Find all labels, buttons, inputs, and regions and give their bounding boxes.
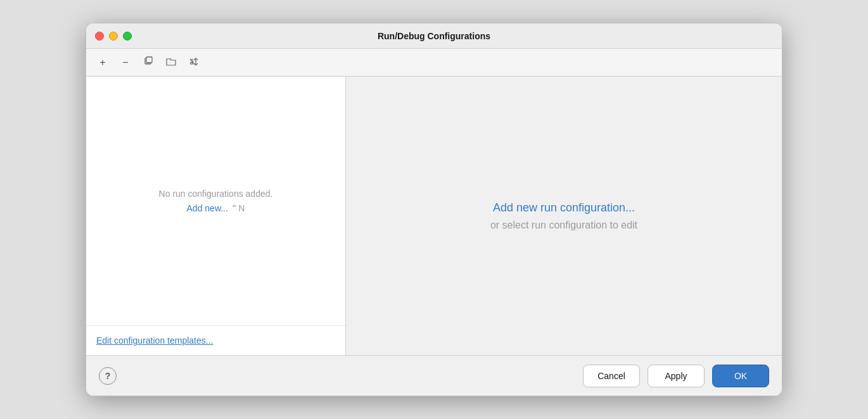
edit-configuration-templates-link[interactable]: Edit configuration templates...: [96, 335, 213, 346]
main-content: No run configurations added. Add new... …: [86, 77, 782, 355]
copy-icon: [143, 56, 153, 68]
ok-button[interactable]: OK: [712, 365, 769, 387]
bottom-actions: Cancel Apply OK: [583, 365, 769, 387]
help-icon: ?: [105, 371, 111, 381]
svg-rect-1: [146, 57, 152, 63]
title-bar: Run/Debug Configurations: [86, 23, 782, 49]
minus-icon: −: [122, 57, 128, 68]
no-configs-message: No run configurations added.: [159, 189, 273, 199]
close-button[interactable]: [95, 32, 104, 41]
add-new-run-configuration-link[interactable]: Add new run configuration...: [493, 201, 635, 215]
minimize-button[interactable]: [109, 32, 118, 41]
right-panel: Add new run configuration... or select r…: [346, 77, 782, 355]
copy-configuration-button[interactable]: [139, 54, 157, 72]
svg-text:z: z: [189, 57, 194, 66]
folder-icon: [166, 57, 176, 68]
run-debug-configurations-window: Run/Debug Configurations + −: [86, 23, 782, 396]
remove-configuration-button[interactable]: −: [117, 54, 134, 72]
cancel-button[interactable]: Cancel: [583, 365, 640, 387]
sort-button[interactable]: a z: [185, 54, 203, 72]
or-select-text: or select run configuration to edit: [490, 220, 637, 231]
add-new-link[interactable]: Add new...: [187, 203, 228, 213]
add-new-shortcut: ⌃N: [231, 203, 245, 213]
bottom-bar: ? Cancel Apply OK: [86, 355, 782, 396]
apply-button[interactable]: Apply: [648, 365, 705, 387]
traffic-lights: [95, 32, 132, 41]
move-to-folder-button[interactable]: [162, 54, 180, 72]
maximize-button[interactable]: [123, 32, 132, 41]
left-panel-body: No run configurations added. Add new... …: [86, 77, 345, 325]
help-button[interactable]: ?: [99, 367, 117, 385]
window-title: Run/Debug Configurations: [378, 31, 490, 41]
plus-icon: +: [99, 57, 105, 68]
left-panel: No run configurations added. Add new... …: [86, 77, 346, 355]
sort-icon: a z: [189, 57, 199, 68]
toolbar: + − a z: [86, 49, 782, 77]
left-panel-footer: Edit configuration templates...: [86, 325, 345, 355]
add-configuration-button[interactable]: +: [94, 54, 112, 72]
